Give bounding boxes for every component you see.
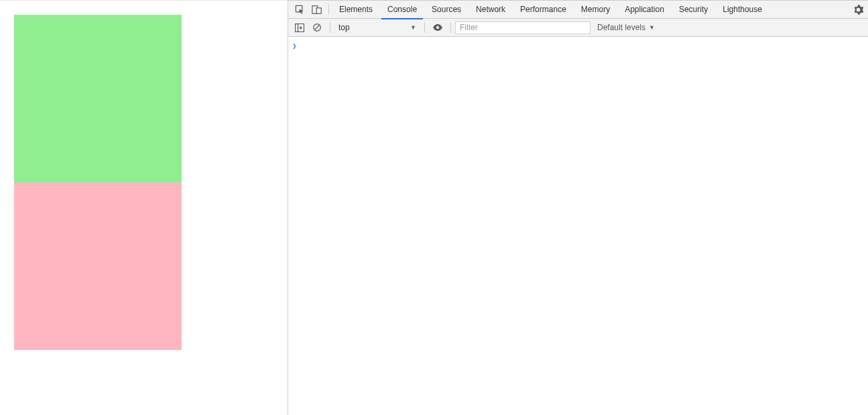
tab-console[interactable]: Console [380,1,424,19]
console-filter-input[interactable] [455,21,591,34]
tab-label: Performance [520,5,566,14]
pink-box [14,182,182,350]
tab-label: Elements [339,5,373,14]
tab-security[interactable]: Security [672,1,715,19]
live-expression-eye-icon[interactable] [429,19,446,36]
tab-performance[interactable]: Performance [513,1,574,19]
page-viewport [0,0,288,415]
console-output[interactable]: ❯ [288,37,868,415]
svg-rect-4 [296,23,298,32]
tab-label: Network [476,5,505,14]
tab-label: Security [679,5,708,14]
tab-label: Sources [432,5,461,14]
app-root: Elements Console Sources Network Perform… [0,0,868,415]
green-box [14,15,182,182]
tab-application[interactable]: Application [617,1,672,19]
console-toolbar: top ▼ Default levels ▼ [288,19,868,37]
tab-lighthouse[interactable]: Lighthouse [715,1,769,19]
console-sidebar-toggle-icon[interactable] [291,19,308,36]
settings-gear-icon[interactable] [849,1,867,18]
prompt-caret-icon: ❯ [292,42,297,50]
tab-elements[interactable]: Elements [332,1,380,19]
tab-network[interactable]: Network [469,1,513,19]
svg-line-6 [314,25,319,29]
levels-label: Default levels [597,23,645,32]
log-levels-dropdown[interactable]: Default levels ▼ [597,23,655,32]
devtools-panel: Elements Console Sources Network Perform… [288,0,868,415]
tab-label: Lighthouse [723,5,762,14]
devtools-tabbar: Elements Console Sources Network Perform… [288,1,868,19]
context-label: top [338,23,350,32]
inspect-element-icon[interactable] [291,1,308,18]
toolbar-separator [450,22,451,33]
console-prompt[interactable]: ❯ [292,40,864,52]
tab-label: Console [387,5,417,14]
svg-rect-2 [316,7,321,13]
tab-label: Memory [581,5,610,14]
execution-context-selector[interactable]: top ▼ [334,21,420,34]
toggle-device-toolbar-icon[interactable] [308,1,326,18]
tab-separator [328,4,329,15]
toolbar-separator [424,22,425,33]
dropdown-triangle-icon: ▼ [649,24,655,31]
svg-point-7 [436,26,439,29]
tab-memory[interactable]: Memory [574,1,617,19]
tab-sources[interactable]: Sources [424,1,469,19]
tab-label: Application [625,5,664,14]
clear-console-icon[interactable] [308,19,326,36]
dropdown-triangle-icon: ▼ [410,24,416,31]
toolbar-separator [330,22,330,33]
